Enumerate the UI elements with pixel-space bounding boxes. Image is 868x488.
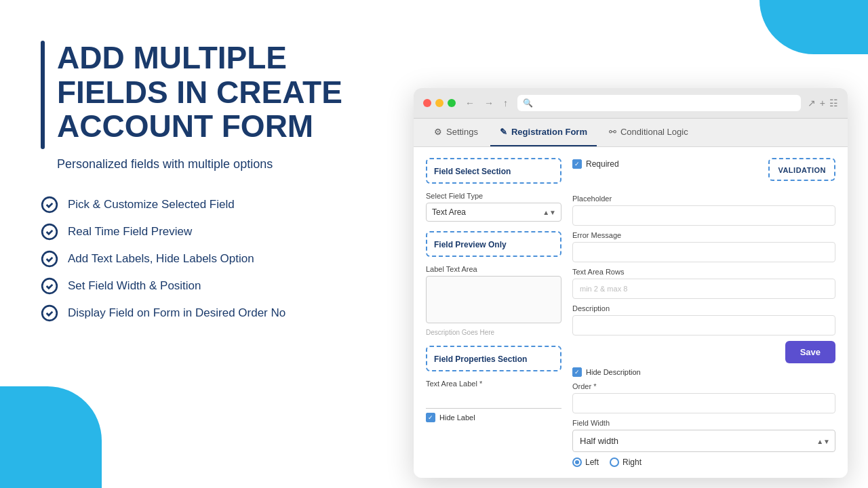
svg-point-3 (42, 279, 57, 293)
nav-forward[interactable]: → (481, 96, 496, 110)
filter-icon: ⚯ (609, 127, 616, 137)
field-width-select[interactable]: Full width Half width Third width (572, 430, 835, 452)
feature-item-3: Add Text Labels, Hide Labels Option (41, 250, 393, 268)
field-select-section-box: Field Select Section (426, 158, 561, 184)
browser-bar: ← → ↑ 🔍 ↗ + ☷ (414, 88, 848, 119)
position-left-label: Left (585, 458, 599, 467)
nav-reload[interactable]: ↑ (500, 96, 511, 110)
position-left-radio[interactable]: Left (572, 458, 599, 467)
left-section: ADD MULTIPLE FIELDS IN CREATE ACCOUNT FO… (41, 41, 393, 331)
feature-list: Pick & Customize Selected Field Real Tim… (41, 196, 393, 322)
required-checkbox[interactable] (572, 159, 582, 169)
check-circle-icon-5 (41, 304, 58, 322)
dot-yellow[interactable] (435, 99, 443, 107)
browser-dots (423, 99, 456, 107)
text-area-rows-label: Text Area Rows (572, 268, 835, 276)
placeholder-label: Placeholder (572, 195, 835, 203)
error-message-input[interactable] (572, 242, 835, 262)
preview-textarea[interactable] (426, 276, 561, 323)
browser-actions: ↗ + ☷ (808, 98, 838, 108)
description-input[interactable] (572, 315, 835, 336)
edit-icon: ✎ (500, 127, 507, 137)
field-type-select[interactable]: Text Area Text Input Select Checkbox Rad… (426, 203, 561, 222)
feature-item-2: Real Time Field Preview (41, 223, 393, 241)
radio-left-btn[interactable] (572, 458, 582, 467)
field-properties-section-box: Field Properties Section (426, 346, 561, 371)
text-area-rows-input[interactable] (572, 279, 835, 299)
hide-description-row: Hide Description (572, 367, 835, 377)
description-label: Description (572, 304, 835, 312)
text-area-label-field-label: Text Area Label * (426, 380, 561, 388)
nav-back[interactable]: ← (462, 96, 477, 110)
select-field-wrapper: Text Area Text Input Select Checkbox Rad… (426, 203, 561, 222)
placeholder-input[interactable] (572, 205, 835, 226)
tab-conditional-logic[interactable]: ⚯ Conditional Logic (599, 119, 698, 146)
check-circle-icon-2 (41, 223, 58, 241)
required-label: Required (586, 159, 619, 169)
browser-nav: ← → ↑ (462, 96, 511, 110)
tab-grid-icon[interactable]: ☷ (829, 98, 838, 108)
position-right-label: Right (623, 458, 642, 467)
hide-label-row: Hide Label (426, 413, 561, 422)
left-column: Field Select Section Select Field Type T… (426, 158, 561, 467)
tab-registration-form[interactable]: ✎ Registration Form (490, 119, 597, 146)
field-width-select-wrapper: Full width Half width Third width ▲▼ (572, 430, 835, 452)
subtitle: Personalized fields with multiple option… (41, 157, 393, 171)
validation-box: VALIDATION (768, 158, 835, 181)
browser-content: Field Select Section Select Field Type T… (414, 147, 848, 478)
settings-icon: ⚙ (434, 127, 442, 137)
validation-clearfix: VALIDATION Required (572, 158, 835, 189)
field-select-section-label: Field Select Section (434, 167, 511, 176)
field-preview-label: Field Preview Only (434, 240, 507, 249)
hide-description-text: Hide Description (586, 368, 641, 376)
radio-right-btn[interactable] (610, 458, 619, 467)
share-icon[interactable]: ↗ (808, 98, 816, 108)
description-goes-here: Description Goes Here (426, 329, 561, 336)
field-width-label: Field Width (572, 419, 835, 427)
right-column: VALIDATION Required Placeholder Error Me… (572, 158, 835, 467)
svg-point-4 (42, 306, 57, 321)
dot-green[interactable] (448, 99, 456, 107)
search-icon: 🔍 (523, 98, 533, 108)
blob-top-right (760, 0, 868, 54)
order-label: Order * (572, 382, 835, 390)
field-preview-section-box: Field Preview Only (426, 231, 561, 257)
tab-settings[interactable]: ⚙ Settings (425, 119, 488, 146)
feature-item-5: Display Field on Form in Desired Order N… (41, 304, 393, 322)
required-row: Required (572, 158, 768, 169)
blob-bottom-left (0, 386, 102, 488)
check-circle-icon-1 (41, 196, 58, 214)
address-bar[interactable]: 🔍 (517, 95, 801, 111)
left-border (41, 41, 45, 149)
new-tab-icon[interactable]: + (820, 98, 825, 108)
main-heading: ADD MULTIPLE FIELDS IN CREATE ACCOUNT FO… (41, 41, 393, 144)
save-row: Save (572, 336, 835, 363)
hide-description-checkbox[interactable] (572, 367, 582, 377)
order-input[interactable] (572, 393, 835, 413)
feature-item-1: Pick & Customize Selected Field (41, 196, 393, 214)
label-text-area-label: Label Text Area (426, 265, 561, 273)
svg-point-0 (42, 197, 57, 212)
feature-item-4: Set Field Width & Position (41, 277, 393, 295)
position-radio-row: Left Right (572, 458, 835, 467)
svg-point-1 (42, 224, 57, 239)
check-circle-icon-3 (41, 250, 58, 268)
svg-point-2 (42, 251, 57, 266)
dot-red[interactable] (423, 99, 431, 107)
error-message-label: Error Message (572, 231, 835, 239)
validation-label: VALIDATION (778, 166, 826, 174)
browser-tabs: ⚙ Settings ✎ Registration Form ⚯ Conditi… (414, 119, 848, 147)
hide-label-text: Hide Label (439, 413, 475, 422)
check-circle-icon-4 (41, 277, 58, 295)
field-properties-section-label: Field Properties Section (434, 354, 527, 364)
select-field-type-label: Select Field Type (426, 192, 561, 200)
save-button[interactable]: Save (785, 341, 835, 363)
browser-window: ← → ↑ 🔍 ↗ + ☷ ⚙ Settings ✎ Registration … (414, 88, 848, 478)
text-area-label-input[interactable] (426, 390, 561, 409)
position-right-radio[interactable]: Right (610, 458, 642, 467)
hide-label-checkbox[interactable] (426, 413, 435, 422)
